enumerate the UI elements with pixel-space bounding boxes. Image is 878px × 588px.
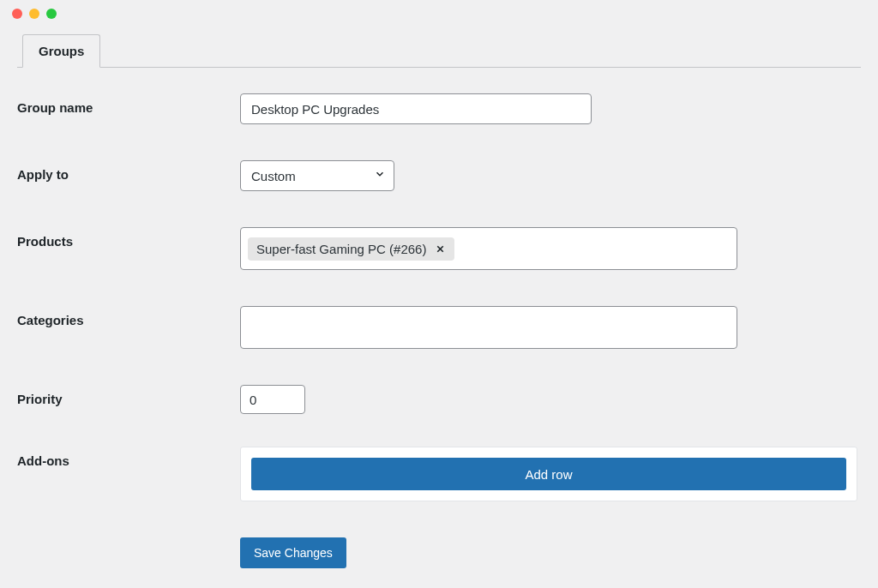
group-name-input[interactable] (240, 93, 592, 124)
label-group-name: Group name (17, 93, 240, 115)
window-maximize-dot[interactable] (46, 9, 57, 19)
label-priority: Priority (17, 385, 240, 406)
products-field[interactable]: Super-fast Gaming PC (#266) (240, 227, 737, 270)
label-categories: Categories (17, 306, 240, 327)
label-apply-to: Apply to (17, 160, 240, 182)
tab-bar: Groups (17, 34, 861, 68)
main-content: Groups Group name Apply to Custom Produc… (0, 27, 878, 585)
save-changes-button[interactable]: Save Changes (240, 537, 346, 568)
row-products: Products Super-fast Gaming PC (#266) (17, 227, 861, 270)
row-apply-to: Apply to Custom (17, 160, 861, 191)
row-priority: Priority (17, 385, 861, 414)
priority-input[interactable] (240, 385, 305, 414)
addons-panel: Add row (240, 447, 857, 501)
label-addons: Add-ons (17, 447, 240, 468)
actions: Save Changes (17, 537, 861, 568)
product-tag-label: Super-fast Gaming PC (#266) (256, 242, 426, 256)
window-chrome (0, 0, 878, 27)
row-addons: Add-ons Add row (17, 447, 861, 501)
tab-groups[interactable]: Groups (22, 34, 100, 68)
apply-to-select[interactable]: Custom (240, 160, 394, 191)
product-tag: Super-fast Gaming PC (#266) (248, 237, 454, 261)
label-products: Products (17, 227, 240, 249)
categories-field[interactable] (240, 306, 737, 349)
row-categories: Categories (17, 306, 861, 349)
window-minimize-dot[interactable] (29, 9, 39, 19)
window-close-dot[interactable] (12, 9, 22, 19)
add-row-button[interactable]: Add row (251, 458, 846, 490)
row-group-name: Group name (17, 93, 861, 124)
close-icon[interactable] (435, 243, 446, 255)
